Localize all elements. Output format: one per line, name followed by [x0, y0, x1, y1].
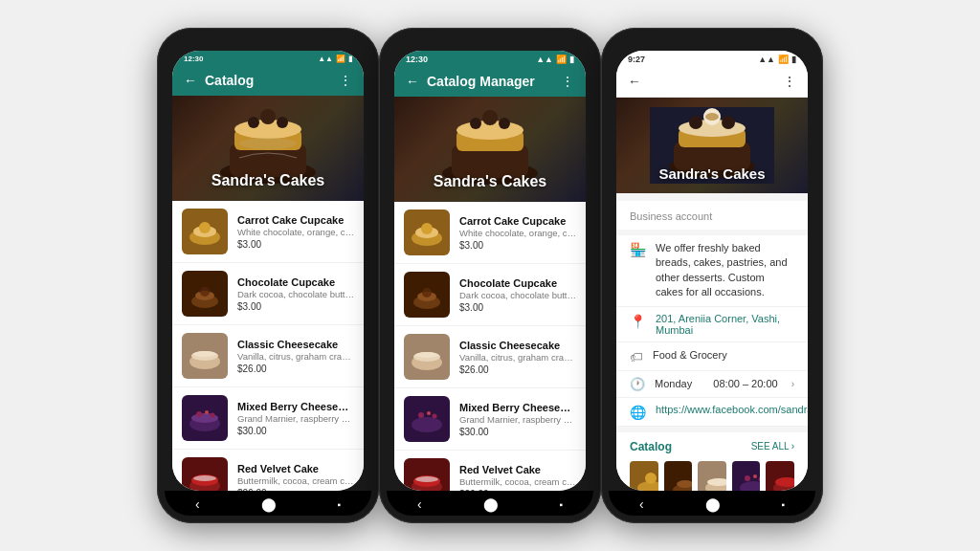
product-name-0-left: Carrot Cake Cupcake — [237, 214, 354, 226]
phone-notch-left — [239, 39, 297, 47]
catalog-thumb-1[interactable] — [664, 461, 693, 491]
list-item[interactable]: Chocolate Cupcake Dark cocoa, chocolate … — [172, 263, 364, 325]
phone-notch-mid — [461, 39, 519, 47]
svg-point-6 — [277, 117, 288, 128]
hours-day-text: Monday — [655, 378, 703, 389]
nav-bar-left: ‹ ⬤ ▪ — [165, 491, 371, 516]
description-text: We offer freshly baked breads, cakes, pa… — [656, 241, 794, 300]
address-text[interactable]: 201, Areniia Corner, Vashi, Mumbai — [656, 313, 794, 336]
product-desc-0-mid: White chocolate, orange, cream chees... — [459, 228, 576, 238]
catalog-header: Catalog SEE ALL › — [630, 440, 794, 453]
back-button-left[interactable]: ← — [184, 73, 197, 88]
nav-square-left[interactable]: ▪ — [337, 499, 341, 510]
list-item[interactable]: Mixed Berry Cheesecake Grand Marnier, ra… — [172, 387, 364, 450]
svg-point-34 — [470, 118, 481, 129]
profile-divider-top — [616, 193, 808, 201]
list-item[interactable]: Classic Cheesecake Vanilla, citrus, grah… — [172, 325, 364, 387]
list-item[interactable]: Carrot Cake Cupcake White chocolate, ora… — [172, 201, 364, 263]
category-row: 🏷 Food & Grocery — [616, 342, 808, 371]
location-icon: 📍 — [630, 314, 646, 329]
back-button-mid[interactable]: ← — [406, 74, 419, 89]
app-bar-mid: ← Catalog Manager ⋮ — [394, 66, 586, 97]
hours-row[interactable]: 🕐 Monday 08:00 – 20:00 › — [616, 371, 808, 398]
product-info-4-mid: Red Velvet Cake Buttermilk, cocoa, cream… — [459, 464, 576, 492]
svg-point-57 — [415, 476, 438, 482]
address-row[interactable]: 📍 201, Areniia Corner, Vashi, Mumbai — [616, 307, 808, 342]
nav-square-right[interactable]: ▪ — [781, 499, 785, 510]
product-price-0-left: $3.00 — [237, 239, 354, 250]
menu-button-right[interactable]: ⋮ — [783, 74, 796, 89]
signal-icon-mid: ▲▲ — [536, 55, 553, 64]
product-thumb-1-left — [182, 271, 228, 317]
svg-point-48 — [415, 352, 438, 358]
product-thumb-2-left — [182, 333, 228, 379]
svg-point-40 — [421, 223, 433, 234]
nav-back-right[interactable]: ‹ — [639, 496, 644, 512]
back-button-right[interactable]: ← — [628, 74, 641, 89]
product-price-1-left: $3.00 — [237, 301, 354, 312]
list-item[interactable]: Red Velvet Cake Buttermilk, cocoa, cream… — [394, 451, 586, 491]
profile-content-right[interactable]: Business account 🏪 We offer freshly bake… — [616, 193, 808, 491]
app-bar-title-left: Catalog — [205, 73, 331, 88]
phone-mid: 12:30 ▲▲ 📶 ▮ ← Catalog Manager ⋮ — [379, 28, 601, 523]
signal-icon-left: ▲▲ — [318, 55, 333, 63]
status-bar-right: 9:27 ▲▲ 📶 ▮ — [616, 51, 808, 66]
list-item[interactable]: Chocolate Cupcake Dark cocoa, chocolate … — [394, 264, 586, 326]
product-desc-2-mid: Vanilla, citrus, graham cracker crust... — [459, 352, 576, 363]
status-time-left: 12:30 — [184, 55, 203, 63]
nav-back-mid[interactable]: ‹ — [417, 496, 422, 512]
wifi-icon-left: 📶 — [336, 55, 345, 63]
svg-point-23 — [196, 411, 202, 417]
hero-title-left: Sandra's Cakes — [172, 172, 364, 189]
menu-button-left[interactable]: ⋮ — [339, 73, 352, 88]
product-info-1-mid: Chocolate Cupcake Dark cocoa, chocolate … — [459, 277, 576, 313]
nav-home-right[interactable]: ⬤ — [705, 496, 721, 512]
battery-icon-left: ▮ — [348, 55, 352, 63]
hero-right: Sandra's Cakes — [616, 98, 808, 193]
product-thumb-0-left — [182, 209, 228, 254]
nav-bar-right: ‹ ⬤ ▪ — [609, 491, 815, 516]
product-list-left[interactable]: Carrot Cake Cupcake White chocolate, ora… — [172, 201, 364, 491]
svg-point-79 — [753, 474, 757, 478]
nav-square-mid[interactable]: ▪ — [559, 499, 563, 510]
catalog-thumb-0[interactable] — [630, 461, 658, 491]
menu-button-mid[interactable]: ⋮ — [561, 74, 574, 89]
nav-back-left[interactable]: ‹ — [195, 496, 200, 512]
product-info-0-mid: Carrot Cake Cupcake White chocolate, ora… — [459, 215, 576, 251]
svg-point-44 — [422, 288, 432, 298]
product-price-3-mid: $30.00 — [459, 427, 576, 437]
hours-time-text: 08:00 – 20:00 — [713, 378, 777, 389]
wifi-icon-mid: 📶 — [556, 55, 567, 64]
chevron-down-icon[interactable]: › — [791, 379, 794, 389]
catalog-thumb-4[interactable] — [766, 461, 794, 491]
nav-home-mid[interactable]: ⬤ — [483, 496, 499, 512]
website-row[interactable]: 🌐 https://www.facebook.com/sandras_cakes — [616, 398, 808, 427]
see-all-button[interactable]: SEE ALL › — [751, 441, 794, 452]
nav-home-left[interactable]: ⬤ — [261, 496, 277, 512]
product-desc-3-mid: Grand Marnier, raspberry sauce... — [459, 414, 576, 425]
product-desc-2-left: Vanilla, citrus, graham cracker crust... — [237, 351, 354, 362]
catalog-thumb-3[interactable] — [732, 461, 761, 491]
product-list-mid[interactable]: Carrot Cake Cupcake White chocolate, ora… — [394, 202, 586, 491]
list-item[interactable]: Carrot Cake Cupcake White chocolate, ora… — [394, 202, 586, 264]
product-info-1-left: Chocolate Cupcake Dark cocoa, chocolate … — [237, 276, 354, 312]
svg-point-78 — [745, 475, 750, 481]
svg-point-11 — [199, 222, 211, 233]
nav-bar-mid: ‹ ⬤ ▪ — [387, 491, 593, 516]
status-bar-left: 12:30 ▲▲ 📶 ▮ — [172, 51, 364, 65]
app-bar-left: ← Catalog ⋮ — [172, 65, 364, 96]
svg-point-4 — [248, 117, 259, 128]
website-text[interactable]: https://www.facebook.com/sandras_cakes — [656, 404, 808, 415]
catalog-thumb-2[interactable] — [698, 461, 726, 491]
list-item[interactable]: Red Velvet Cake Buttermilk, cocoa, cream… — [172, 450, 364, 491]
globe-icon: 🌐 — [630, 405, 646, 420]
list-item[interactable]: Mixed Berry Cheesecake Grand Marnier, ra… — [394, 388, 586, 451]
list-item[interactable]: Classic Cheesecake Vanilla, citrus, grah… — [394, 326, 586, 388]
svg-point-29 — [193, 475, 216, 481]
product-desc-3-left: Grand Marnier, raspberry sauce... — [237, 413, 354, 424]
phone-right: 9:27 ▲▲ 📶 ▮ ← ⋮ — [601, 28, 823, 523]
phone-notch-right — [683, 39, 741, 47]
hero-mid: Sandra's Cakes — [394, 97, 586, 202]
status-icons-left: ▲▲ 📶 ▮ — [318, 55, 352, 63]
product-price-1-mid: $3.00 — [459, 302, 576, 313]
